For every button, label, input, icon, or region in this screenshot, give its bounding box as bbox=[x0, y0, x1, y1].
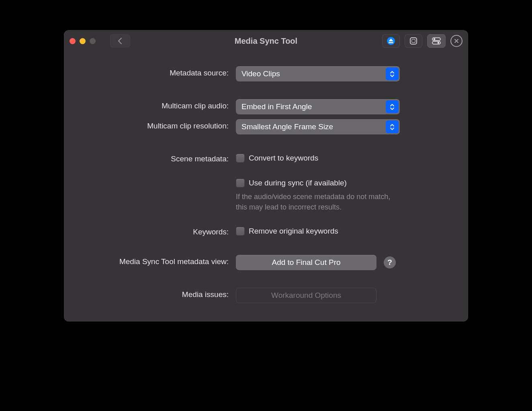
multicam-audio-value: Embed in First Angle bbox=[241, 102, 312, 111]
remove-keywords-label: Remove original keywords bbox=[249, 227, 338, 236]
rounded-square-icon bbox=[409, 37, 418, 45]
metadata-source-dropdown[interactable]: Video Clips bbox=[236, 66, 400, 81]
chevron-up-down-icon bbox=[386, 120, 399, 133]
add-to-fcp-button[interactable]: Add to Final Cut Pro bbox=[236, 255, 376, 270]
use-during-sync-row: Use during sync (if available) bbox=[236, 177, 452, 189]
help-icon: ? bbox=[387, 258, 392, 267]
eject-icon bbox=[387, 37, 395, 45]
remove-keywords-row: Remove original keywords bbox=[236, 225, 452, 237]
toolbar-settings-button[interactable] bbox=[427, 34, 446, 48]
back-button[interactable] bbox=[110, 35, 130, 47]
x-icon bbox=[454, 39, 459, 43]
metadata-view-label: Media Sync Tool metadata view: bbox=[80, 255, 229, 266]
remove-keywords-checkbox[interactable] bbox=[236, 227, 245, 236]
window-controls bbox=[70, 38, 96, 44]
workaround-options-button-label: Workaround Options bbox=[271, 291, 341, 300]
switches-icon bbox=[432, 37, 441, 45]
close-window-button[interactable] bbox=[70, 38, 76, 44]
metadata-source-label: Metadata source: bbox=[80, 66, 229, 77]
minimize-window-button[interactable] bbox=[80, 38, 86, 44]
toolbar-right bbox=[382, 34, 462, 48]
chevron-up-down-icon bbox=[386, 100, 399, 113]
svg-point-7 bbox=[438, 42, 440, 44]
toolbar-eject-button[interactable] bbox=[382, 34, 400, 48]
help-button[interactable]: ? bbox=[384, 256, 396, 269]
scene-metadata-label: Scene metadata: bbox=[80, 152, 229, 163]
use-during-sync-label: Use during sync (if available) bbox=[249, 179, 347, 187]
convert-to-keywords-label: Convert to keywords bbox=[249, 154, 318, 163]
multicam-resolution-value: Smallest Angle Frame Size bbox=[241, 122, 333, 131]
workaround-options-button[interactable]: Workaround Options bbox=[236, 288, 376, 303]
multicam-resolution-dropdown[interactable]: Smallest Angle Frame Size bbox=[236, 119, 400, 134]
toolbar-close-button[interactable] bbox=[450, 35, 462, 47]
zoom-window-button[interactable] bbox=[90, 38, 96, 44]
multicam-audio-label: Multicam clip audio: bbox=[80, 99, 229, 110]
svg-rect-3 bbox=[412, 39, 415, 43]
convert-to-keywords-row: Convert to keywords bbox=[236, 152, 452, 164]
titlebar: Media Sync Tool bbox=[64, 30, 468, 52]
chevron-left-icon bbox=[117, 37, 123, 45]
use-during-sync-checkbox[interactable] bbox=[236, 179, 245, 187]
add-to-fcp-button-label: Add to Final Cut Pro bbox=[272, 258, 340, 267]
multicam-resolution-label: Multicam clip resolution: bbox=[80, 119, 229, 130]
keywords-label: Keywords: bbox=[80, 225, 229, 236]
toolbar-screen-button[interactable] bbox=[405, 34, 422, 48]
svg-point-5 bbox=[434, 38, 436, 40]
multicam-audio-dropdown[interactable]: Embed in First Angle bbox=[236, 99, 400, 114]
svg-rect-1 bbox=[389, 42, 393, 43]
convert-to-keywords-checkbox[interactable] bbox=[236, 154, 245, 163]
preferences-form: Metadata source: Video Clips Multicam cl… bbox=[64, 52, 468, 303]
scene-metadata-hint: If the audio/video scene metadata do not… bbox=[236, 191, 400, 212]
metadata-source-value: Video Clips bbox=[241, 69, 280, 78]
chevron-up-down-icon bbox=[386, 67, 399, 80]
media-issues-label: Media issues: bbox=[80, 288, 229, 299]
preferences-window: Media Sync Tool bbox=[64, 30, 468, 321]
svg-rect-2 bbox=[410, 38, 417, 44]
